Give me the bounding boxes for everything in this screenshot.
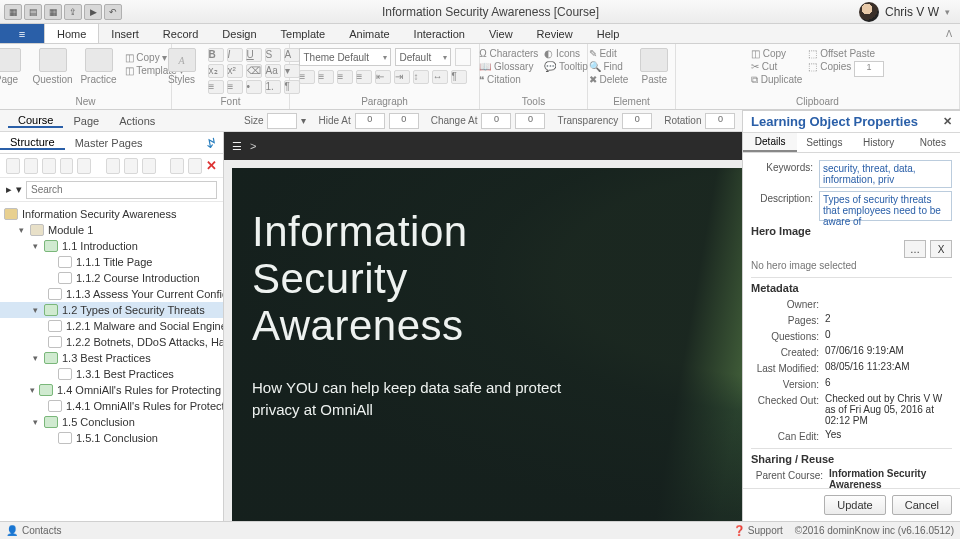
tree-expand-icon[interactable]: ▾ — [16, 183, 22, 196]
left-panel: Structure Master Pages ↯ ✕ ▸ ▾ Informati… — [0, 132, 224, 521]
tree-add-icon[interactable] — [6, 158, 20, 174]
lp-tab-actions[interactable]: Actions — [109, 114, 165, 128]
tab-view[interactable]: View — [477, 24, 525, 43]
strike-icon[interactable]: S — [265, 48, 281, 62]
paste-button[interactable]: Paste — [634, 48, 674, 85]
bold-icon[interactable]: B — [208, 48, 224, 62]
panel-close-icon[interactable]: ✕ — [206, 158, 217, 173]
align-left-icon[interactable]: ≡ — [299, 70, 315, 84]
find-button[interactable]: 🔍 Find — [589, 61, 629, 72]
cancel-button[interactable]: Cancel — [892, 495, 952, 515]
copies-button[interactable]: ⬚ Copies 1 — [808, 61, 884, 77]
support-link[interactable]: Support — [748, 525, 783, 536]
tab-help[interactable]: Help — [585, 24, 632, 43]
panel-close-button[interactable]: ✕ — [943, 115, 952, 128]
tree-root[interactable]: Information Security Awareness — [0, 206, 223, 222]
tree-tool-icon[interactable] — [24, 158, 38, 174]
tab-template[interactable]: Template — [269, 24, 338, 43]
tree-item[interactable]: ▾1.5 Conclusion — [0, 414, 223, 430]
glossary-button[interactable]: 📖 Glossary — [479, 61, 538, 72]
tree-search-input[interactable] — [26, 181, 217, 199]
align-right-icon[interactable]: ≡ — [337, 70, 353, 84]
tree-item[interactable]: 1.3.1 Best Practices — [0, 366, 223, 382]
citation-button[interactable]: ❝ Citation — [479, 74, 538, 85]
tree-item[interactable]: 1.1.2 Course Introduction — [0, 270, 223, 286]
clear-format-icon[interactable]: ⌫ — [246, 64, 262, 78]
justify-icon[interactable]: ≡ — [356, 70, 372, 84]
tree-item[interactable]: ▾1.2 Types of Security Threats — [0, 302, 223, 318]
characters-button[interactable]: Ω Characters — [479, 48, 538, 59]
slide-menu-icon[interactable]: ☰ — [232, 140, 242, 153]
tree-item[interactable]: 1.1.1 Title Page — [0, 254, 223, 270]
lp-tab-course[interactable]: Course — [8, 114, 63, 128]
new-page-button[interactable]: Page — [0, 48, 27, 85]
tree-item[interactable]: 1.2.2 Botnets, DDoS Attacks, Hacking, Wi… — [0, 334, 223, 350]
user-menu-chevron[interactable]: ▾ — [945, 7, 950, 17]
keywords-input[interactable]: security, threat, data, information, pri… — [819, 160, 952, 188]
superscript-icon[interactable]: x² — [227, 64, 243, 78]
upload-icon[interactable]: ⇪ — [64, 4, 82, 20]
user-name[interactable]: Chris V W — [885, 5, 939, 19]
save-icon[interactable]: ▤ — [24, 4, 42, 20]
contacts-button[interactable]: Contacts — [22, 525, 61, 536]
clipboard-cut-button[interactable]: ✂ Cut — [751, 61, 802, 72]
rp-tab-notes[interactable]: Notes — [906, 133, 960, 152]
edit-button[interactable]: ✎ Edit — [589, 48, 629, 59]
clipboard-copy-button[interactable]: ◫ Copy — [751, 48, 802, 59]
user-avatar[interactable] — [859, 2, 879, 22]
tree-item[interactable]: 1.4.1 OmniAll's Rules for Protecting Dat… — [0, 398, 223, 414]
tree-item[interactable]: 1.2.1 Malware and Social Engineering — [0, 318, 223, 334]
tooltip-button[interactable]: 💬 Tooltip — [544, 61, 588, 72]
new-question-button[interactable]: Question — [33, 48, 73, 85]
app-icon[interactable]: ▦ — [4, 4, 22, 20]
align-center-icon[interactable]: ≡ — [318, 70, 334, 84]
window-title: Information Security Awareness [Course] — [122, 5, 859, 19]
tab-home[interactable]: Home — [44, 24, 99, 43]
tab-review[interactable]: Review — [525, 24, 585, 43]
rp-tab-history[interactable]: History — [852, 133, 906, 152]
hero-browse-button[interactable]: … — [904, 240, 926, 258]
rp-tab-settings[interactable]: Settings — [797, 133, 851, 152]
rp-tab-details[interactable]: Details — [743, 133, 797, 152]
size-dropdown[interactable]: Default — [395, 48, 451, 66]
tree-module[interactable]: ▾Module 1 — [0, 222, 223, 238]
clipboard-duplicate-button[interactable]: ⧉ Duplicate — [751, 74, 802, 86]
update-button[interactable]: Update — [824, 495, 885, 515]
icons-button[interactable]: ◐ Icons — [544, 48, 588, 59]
italic-icon[interactable]: I — [227, 48, 243, 62]
theme-dropdown[interactable]: Theme Default — [299, 48, 391, 66]
slide-subtitle: How YOU can help keep data safe and prot… — [252, 377, 592, 421]
refresh-icon[interactable]: ↯ — [205, 135, 217, 151]
preview-icon[interactable]: ▶ — [84, 4, 102, 20]
tree-item[interactable]: 1.1.3 Assess Your Current Confidence3 — [0, 286, 223, 302]
support-icon[interactable]: ❓ — [733, 525, 745, 536]
tree-collapse-icon[interactable]: ▸ — [6, 183, 12, 196]
tab-interaction[interactable]: Interaction — [402, 24, 477, 43]
lp-tab-page[interactable]: Page — [63, 114, 109, 128]
new-practice-button[interactable]: Practice — [79, 48, 119, 85]
subtab-structure[interactable]: Structure — [0, 136, 65, 150]
offset-paste-button[interactable]: ⬚ Offset Paste — [808, 48, 884, 59]
tree-item[interactable]: ▾1.1 Introduction — [0, 238, 223, 254]
grid-icon[interactable]: ▦ — [44, 4, 62, 20]
tree-item[interactable]: ▾1.4 OmniAll's Rules for Protecting Data… — [0, 382, 223, 398]
subtab-master[interactable]: Master Pages — [65, 136, 153, 150]
tab-design[interactable]: Design — [210, 24, 268, 43]
subscript-icon[interactable]: x₂ — [208, 64, 224, 78]
underline-icon[interactable]: U — [246, 48, 262, 62]
tree-item[interactable]: ▾1.3 Best Practices — [0, 350, 223, 366]
app-menu-button[interactable]: ≡ — [0, 24, 44, 43]
tab-insert[interactable]: Insert — [99, 24, 151, 43]
styles-button[interactable]: AStyles — [162, 48, 202, 85]
ribbon-collapse-icon[interactable]: ᐱ — [938, 24, 960, 43]
delete-button[interactable]: ✖ Delete — [589, 74, 629, 85]
hero-clear-button[interactable]: X — [930, 240, 952, 258]
tree-item[interactable]: 1.5.1 Conclusion — [0, 430, 223, 446]
tab-record[interactable]: Record — [151, 24, 210, 43]
panel-title: Learning Object Properties — [751, 114, 918, 129]
description-input[interactable]: Types of security threats that employees… — [819, 191, 952, 221]
contacts-icon[interactable]: 👤 — [6, 525, 18, 536]
tab-animate[interactable]: Animate — [337, 24, 401, 43]
course-tree: Information Security Awareness ▾Module 1… — [0, 202, 223, 521]
undo-icon[interactable]: ↶ — [104, 4, 122, 20]
